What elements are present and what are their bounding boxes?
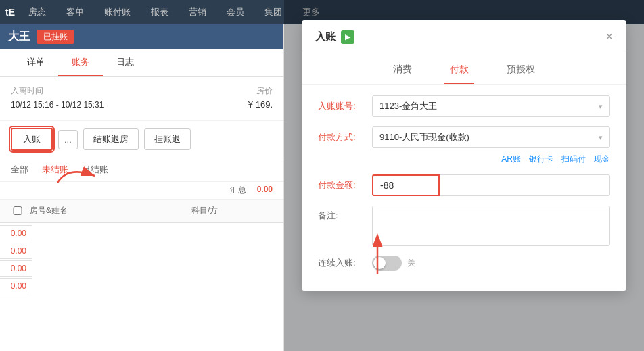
nav-tab-5[interactable]: 会员	[217, 3, 254, 21]
amount-input[interactable]	[372, 174, 440, 196]
nav-tab-4[interactable]: 营销	[179, 3, 216, 21]
modal-body: 入账账号: 1123-金角大王 ▾ 付款方式: 9110-人民币现金(收款) ▾	[302, 85, 626, 291]
title-bar: 大王 已挂账	[0, 24, 283, 49]
nav-tab-2[interactable]: 账付账	[95, 3, 140, 21]
amount-input-rest	[440, 174, 610, 196]
paymethod-row: 付款方式: 9110-人民币现金(收款) ▾	[318, 126, 610, 148]
account-select[interactable]: 1123-金角大王 ▾	[372, 95, 610, 117]
amount-input-wrapper	[372, 174, 610, 196]
roomprice-value: ¥ 169.	[248, 99, 273, 110]
filter-unsettled[interactable]: 未结账	[42, 164, 68, 176]
continuous-row: 连续入账: 关	[318, 256, 610, 271]
remark-label: 备注:	[318, 206, 372, 222]
remark-input[interactable]	[372, 206, 610, 246]
select-all-checkbox[interactable]	[11, 206, 24, 215]
paymethod-select-value: 9110-人民币现金(收款)	[380, 131, 469, 143]
info-section: 入离时间 房价 10/12 15:16 - 10/12 15:31 ¥ 169.	[0, 77, 283, 121]
modal-tab-preauth[interactable]: 预授权	[501, 60, 540, 84]
paymethod-dropdown-icon: ▾	[599, 133, 603, 142]
checkinout-label: 入离时间	[11, 85, 43, 97]
filter-all[interactable]: 全部	[11, 164, 28, 176]
checkinout-value: 10/12 15:16 - 10/12 15:31	[11, 100, 104, 110]
quick-link-cash[interactable]: 现金	[594, 154, 610, 165]
quick-links: AR账 银行卡 扫码付 现金	[318, 154, 610, 165]
main-area: 大王 已挂账 详单 账务 日志 入离时间 房价 10/12 15:16 - 10…	[0, 24, 644, 351]
hang-account-button[interactable]: 挂账退	[144, 128, 191, 150]
modal-header: 入账 ▶ ×	[302, 20, 626, 51]
table-header: 房号&姓名 科目/方	[0, 200, 283, 223]
modal-title: 入账 ▶	[315, 30, 354, 44]
guest-name: 大王	[8, 30, 30, 44]
col-room-name: 房号&姓名	[30, 205, 191, 216]
summary-amount-0: 0.00	[257, 185, 273, 196]
col-subject: 科目/方	[191, 205, 273, 216]
toggle-thumb	[373, 257, 386, 269]
account-label: 入账账号:	[318, 100, 372, 112]
more-button[interactable]: ...	[58, 130, 78, 149]
modal-close-button[interactable]: ×	[605, 30, 613, 44]
modal-title-text: 入账	[315, 30, 336, 43]
action-row: 入账 ... 结账退房 挂账退	[0, 121, 283, 158]
account-select-value: 1123-金角大王	[380, 100, 437, 112]
amount-label: 付款金额:	[318, 179, 372, 191]
checkin-button[interactable]: 入账	[11, 128, 53, 151]
side-amount-1: 0.00	[0, 243, 32, 259]
quick-link-ar[interactable]: AR账	[501, 154, 521, 165]
play-icon: ▶	[345, 33, 350, 41]
remark-row: 备注:	[318, 206, 610, 246]
paymethod-label: 付款方式:	[318, 131, 372, 143]
side-amount-3: 0.00	[0, 278, 32, 294]
logo-text: tE	[5, 7, 15, 18]
side-amount-0: 0.00	[0, 225, 32, 241]
toggle-state-label: 关	[407, 258, 415, 269]
summary-row: 汇总 0.00	[0, 182, 283, 200]
roomprice-label: 房价	[256, 85, 273, 97]
account-dropdown-icon: ▾	[599, 102, 603, 111]
quick-link-scan[interactable]: 扫码付	[561, 154, 586, 165]
paymethod-select[interactable]: 9110-人民币现金(收款) ▾	[372, 126, 610, 148]
modal-tabs: 消费 付款 预授权	[302, 51, 626, 85]
toggle-container: 关	[372, 256, 415, 271]
amount-row: 付款金额:	[318, 174, 610, 196]
modal-tab-consume[interactable]: 消费	[388, 60, 417, 84]
modal-tab-payment[interactable]: 付款	[444, 60, 474, 84]
tab-detail[interactable]: 详单	[14, 49, 58, 76]
tab-account[interactable]: 账务	[58, 49, 103, 76]
summary-label: 汇总	[230, 185, 246, 196]
left-panel: 大王 已挂账 详单 账务 日志 入离时间 房价 10/12 15:16 - 10…	[0, 24, 284, 351]
filter-settled[interactable]: 已结账	[82, 164, 108, 176]
nav-tab-1[interactable]: 客单	[57, 3, 93, 21]
modal-dialog: 入账 ▶ × 消费 付款 预授权 入账账号: 1123-金角	[302, 20, 626, 291]
tab-log[interactable]: 日志	[103, 49, 147, 76]
account-row: 入账账号: 1123-金角大王 ▾	[318, 95, 610, 117]
sub-tabs: 详单 账务 日志	[0, 49, 283, 77]
checkout-button[interactable]: 结账退房	[83, 128, 139, 150]
modal-overlay: 入账 ▶ × 消费 付款 预授权 入账账号: 1123-金角	[284, 0, 644, 351]
continuous-toggle[interactable]	[372, 256, 402, 271]
side-amount-2: 0.00	[0, 260, 32, 277]
modal-play-button[interactable]: ▶	[341, 30, 354, 44]
nav-tab-3[interactable]: 报表	[141, 3, 178, 21]
nav-tab-0[interactable]: 房态	[19, 3, 55, 21]
quick-link-bank[interactable]: 银行卡	[529, 154, 553, 165]
continuous-label: 连续入账:	[318, 257, 372, 269]
status-badge: 已挂账	[37, 30, 74, 44]
filter-tabs: 全部 未结账 已结账	[0, 158, 283, 182]
